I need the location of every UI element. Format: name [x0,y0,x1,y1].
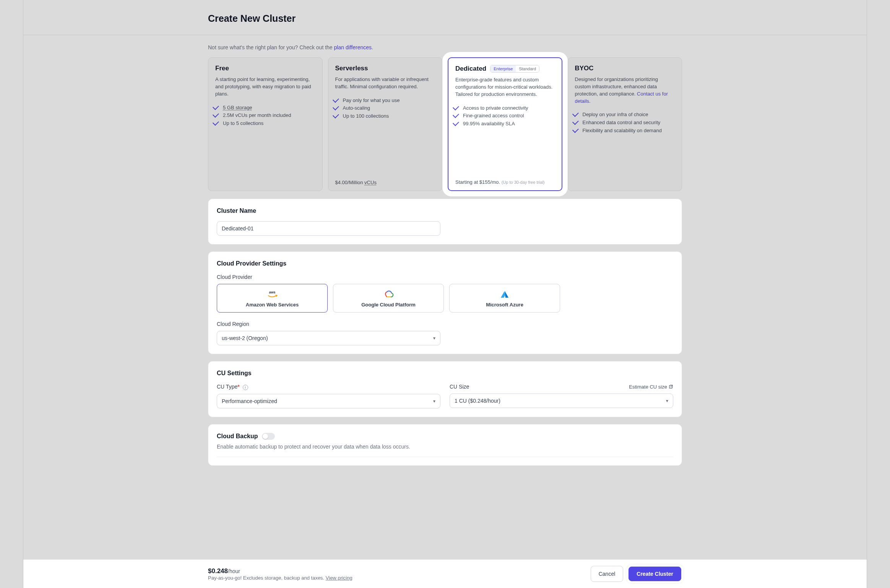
cu-type-label: CU Type* i [217,384,440,390]
header-divider [23,35,867,35]
cu-type-value: Performance-optimized [222,398,277,404]
plan-free[interactable]: Free A starting point for learning, expe… [208,57,323,191]
plan-serverless-bullets: Pay only for what you use Auto-scaling U… [335,97,435,175]
provider-gcp[interactable]: Google Cloud Platform [333,284,444,313]
plan-free-bullets: 5 GB storage 2.5M vCUs per month include… [215,104,315,185]
plan-free-title: Free [215,65,229,72]
plan-serverless[interactable]: Serverless For applications with variabl… [328,57,443,191]
cu-size-value: 1 CU ($0.248/hour) [455,398,500,404]
cloud-provider-label: Cloud Provider [217,274,673,280]
create-button-highlight: Create Cluster [628,566,682,582]
card-cluster-name: Cluster Name [208,199,682,245]
plan-serverless-desc: For applications with variable or infreq… [335,76,435,91]
card-cloud-provider: Cloud Provider Settings Cloud Provider a… [208,251,682,354]
plan-bullet: 99.95% availability SLA [455,120,555,128]
plan-dedicated-price: Starting at $155/mo. (Up to 30-day free … [455,179,555,185]
provider-row: aws Amazon Web Services [217,284,673,313]
info-icon[interactable]: i [243,385,248,390]
plan-dedicated[interactable]: Dedicated Enterprise Standard Enterprise… [448,57,562,191]
create-cluster-button[interactable]: Create Cluster [629,567,681,581]
svg-text:aws: aws [269,290,275,294]
cluster-name-label: Cluster Name [217,207,673,214]
cu-type-select[interactable]: Performance-optimized ▾ [217,394,440,408]
plan-bullet: Auto-scaling [335,104,435,112]
plan-bullet: Up to 5 collections [215,120,315,128]
plan-serverless-title: Serverless [335,65,368,72]
cloud-backup-desc: Enable automatic backup to protect and r… [217,444,673,457]
provider-aws[interactable]: aws Amazon Web Services [217,284,328,313]
footer-note: Pay-as-you-go! Excludes storage, backup … [208,575,352,581]
plan-byoc-desc: Designed for organizations prioritizing … [575,76,675,105]
plan-row: Free A starting point for learning, expe… [208,57,682,191]
plan-bullet: Up to 100 collections [335,112,435,120]
plan-bullet: Enhanced data control and security [575,119,675,127]
estimate-cu-size-link[interactable]: Estimate CU size [629,384,673,390]
footer-bar: $0.248/hour Pay-as-you-go! Excludes stor… [23,559,867,588]
provider-azure[interactable]: Microsoft Azure [449,284,560,313]
cu-settings-title: CU Settings [217,370,673,377]
cluster-name-input[interactable] [217,221,440,236]
chevron-down-icon: ▾ [666,398,668,403]
chevron-down-icon: ▾ [433,398,435,404]
plan-dedicated-bullets: Access to private connectivity Fine-grai… [455,104,555,175]
plan-byoc[interactable]: BYOC Designed for organizations prioriti… [568,57,682,191]
cancel-button[interactable]: Cancel [591,566,624,582]
plan-bullet: Fine-grained access control [455,112,555,120]
subhead-prefix: Not sure what's the right plan for you? … [208,44,334,50]
plan-differences-link[interactable]: plan differences [334,44,372,50]
cloud-provider-title: Cloud Provider Settings [217,260,673,267]
plan-byoc-title: BYOC [575,65,594,72]
provider-gcp-name: Google Cloud Platform [361,302,416,308]
provider-aws-name: Amazon Web Services [246,302,299,308]
cloud-backup-title: Cloud Backup [217,433,258,440]
plan-bullet: 5 GB storage [215,104,315,112]
footer-price: $0.248/hour [208,567,352,575]
external-link-icon [669,384,673,389]
tier-standard[interactable]: Standard [516,65,539,72]
page-subhead: Not sure what's the right plan for you? … [208,44,682,50]
cloud-region-value: us-west-2 (Oregon) [222,335,268,341]
chevron-down-icon: ▾ [433,335,435,341]
plan-bullet: Pay only for what you use [335,97,435,105]
page-title: Create New Cluster [208,13,682,24]
plan-serverless-price: $4.00/Million vCUs [335,180,435,185]
plan-bullet: Deploy on your infra of choice [575,111,675,119]
cloud-region-select[interactable]: us-west-2 (Oregon) ▾ [217,331,440,345]
plan-byoc-bullets: Deploy on your infra of choice Enhanced … [575,111,675,185]
azure-icon [498,290,512,299]
view-pricing-link[interactable]: View pricing [326,575,352,581]
plan-free-desc: A starting point for learning, experimen… [215,76,315,98]
cloud-backup-toggle[interactable] [262,433,275,440]
dedicated-tier-toggle[interactable]: Enterprise Standard [490,65,539,73]
card-cu-settings: CU Settings CU Type* i Performance-optim… [208,361,682,417]
provider-azure-name: Microsoft Azure [486,302,523,308]
cu-size-label: CU Size [450,384,469,390]
page-frame: Create New Cluster Not sure what's the r… [23,0,867,588]
aws-icon: aws [265,290,279,299]
cu-size-select[interactable]: 1 CU ($0.248/hour) ▾ [450,394,673,408]
card-cloud-backup: Cloud Backup Enable automatic backup to … [208,424,682,466]
tier-enterprise[interactable]: Enterprise [490,65,516,72]
plan-bullet: Access to private connectivity [455,104,555,112]
subhead-suffix: . [372,44,373,50]
plan-dedicated-title: Dedicated [455,65,486,73]
plan-dedicated-desc: Enterprise-grade features and custom con… [455,76,555,98]
gcp-icon [382,290,395,299]
plan-bullet: Flexibility and scalability on demand [575,127,675,135]
cloud-region-label: Cloud Region [217,321,673,327]
plan-bullet: 2.5M vCUs per month included [215,112,315,120]
